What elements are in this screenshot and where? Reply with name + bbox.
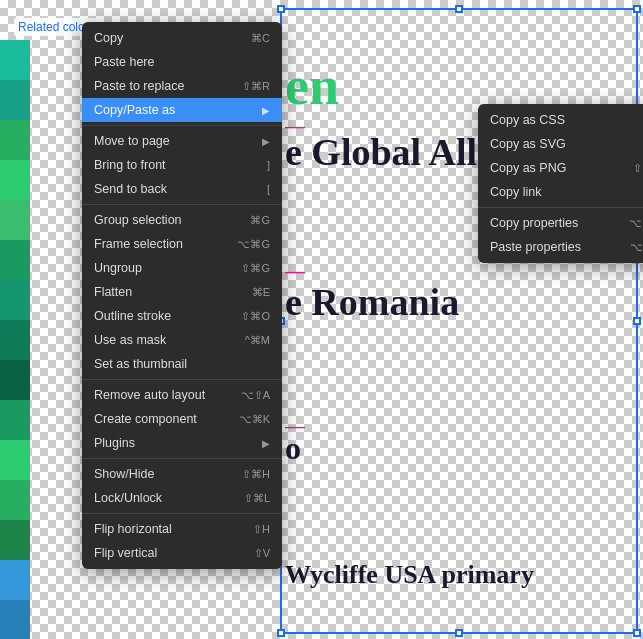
submenu-item-copy-as-png[interactable]: Copy as PNG ⇧⌘C xyxy=(478,156,643,180)
canvas-text-romania: e Romania xyxy=(285,280,459,324)
menu-item-paste-here-label: Paste here xyxy=(94,55,154,69)
menu-item-remove-auto-layout-label: Remove auto layout xyxy=(94,388,205,402)
menu-item-ungroup[interactable]: Ungroup ⇧⌘G xyxy=(82,256,282,280)
submenu-item-paste-properties[interactable]: Paste properties ⌥⌘V xyxy=(478,235,643,259)
menu-item-paste-here[interactable]: Paste here xyxy=(82,50,282,74)
selection-handle-bm[interactable] xyxy=(455,629,463,637)
menu-item-copy-paste-as[interactable]: Copy/Paste as ▶ xyxy=(82,98,282,122)
menu-item-flip-horizontal[interactable]: Flip horizontal ⇧H xyxy=(82,517,282,541)
menu-item-use-as-mask-shortcut: ^⌘M xyxy=(245,334,270,347)
submenu-divider-1 xyxy=(478,207,643,208)
menu-item-move-to-page-label: Move to page xyxy=(94,134,170,148)
menu-item-send-to-back-label: Send to back xyxy=(94,182,167,196)
submenu-item-copy-as-css-label: Copy as CSS xyxy=(490,113,565,127)
swatch-4 xyxy=(0,160,30,200)
menu-item-copy-label: Copy xyxy=(94,31,123,45)
menu-item-paste-to-replace-label: Paste to replace xyxy=(94,79,184,93)
menu-item-send-to-back[interactable]: Send to back [ xyxy=(82,177,282,201)
color-swatches xyxy=(0,40,30,639)
submenu-item-copy-as-svg[interactable]: Copy as SVG xyxy=(478,132,643,156)
menu-item-ungroup-label: Ungroup xyxy=(94,261,142,275)
submenu-item-copy-properties-shortcut: ⌥⌘C xyxy=(629,217,643,230)
menu-item-paste-to-replace-shortcut: ⇧⌘R xyxy=(242,80,270,93)
menu-item-outline-stroke[interactable]: Outline stroke ⇧⌘O xyxy=(82,304,282,328)
menu-item-bring-to-front-label: Bring to front xyxy=(94,158,166,172)
menu-item-lock-unlock[interactable]: Lock/Unlock ⇧⌘L xyxy=(82,486,282,510)
submenu-item-paste-properties-label: Paste properties xyxy=(490,240,581,254)
menu-item-copy[interactable]: Copy ⌘C xyxy=(82,26,282,50)
selection-handle-tm[interactable] xyxy=(455,5,463,13)
menu-item-frame-selection[interactable]: Frame selection ⌥⌘G xyxy=(82,232,282,256)
swatch-6 xyxy=(0,240,30,280)
submenu-arrow-copy-paste: ▶ xyxy=(262,105,270,116)
swatch-11 xyxy=(0,440,30,480)
swatch-8 xyxy=(0,320,30,360)
swatch-5 xyxy=(0,200,30,240)
selection-handle-br[interactable] xyxy=(633,629,641,637)
menu-item-flatten[interactable]: Flatten ⌘E xyxy=(82,280,282,304)
swatch-13 xyxy=(0,520,30,560)
menu-item-send-to-back-shortcut: [ xyxy=(267,183,270,195)
divider-3 xyxy=(82,379,282,380)
menu-item-copy-paste-as-label: Copy/Paste as xyxy=(94,103,175,117)
submenu-item-copy-link-label: Copy link xyxy=(490,185,541,199)
menu-item-group-selection-label: Group selection xyxy=(94,213,182,227)
submenu-arrow-plugins: ▶ xyxy=(262,438,270,449)
menu-item-flatten-label: Flatten xyxy=(94,285,132,299)
menu-item-lock-unlock-label: Lock/Unlock xyxy=(94,491,162,505)
menu-item-group-selection[interactable]: Group selection ⌘G xyxy=(82,208,282,232)
submenu-item-copy-properties[interactable]: Copy properties ⌥⌘C xyxy=(478,211,643,235)
menu-item-flip-vertical[interactable]: Flip vertical ⇧V xyxy=(82,541,282,565)
canvas-text-en: en xyxy=(285,55,339,117)
divider-2 xyxy=(82,204,282,205)
selection-handle-rm[interactable] xyxy=(633,317,641,325)
menu-item-set-as-thumbnail-label: Set as thumbnail xyxy=(94,357,187,371)
swatch-10 xyxy=(0,400,30,440)
swatch-14 xyxy=(0,560,30,600)
swatch-7 xyxy=(0,280,30,320)
menu-item-flip-horizontal-label: Flip horizontal xyxy=(94,522,172,536)
menu-item-plugins[interactable]: Plugins ▶ xyxy=(82,431,282,455)
swatch-1 xyxy=(0,40,30,80)
menu-item-use-as-mask[interactable]: Use as mask ^⌘M xyxy=(82,328,282,352)
selection-handle-tr[interactable] xyxy=(633,5,641,13)
menu-item-create-component-label: Create component xyxy=(94,412,197,426)
context-menu: Copy ⌘C Paste here Paste to replace ⇧⌘R … xyxy=(82,22,282,569)
submenu-item-copy-properties-label: Copy properties xyxy=(490,216,578,230)
menu-item-move-to-page[interactable]: Move to page ▶ xyxy=(82,129,282,153)
swatch-12 xyxy=(0,480,30,520)
menu-item-show-hide-shortcut: ⇧⌘H xyxy=(242,468,270,481)
menu-item-bring-to-front-shortcut: ] xyxy=(267,159,270,171)
menu-item-show-hide[interactable]: Show/Hide ⇧⌘H xyxy=(82,462,282,486)
canvas-text-o: o xyxy=(285,430,301,467)
menu-item-use-as-mask-label: Use as mask xyxy=(94,333,166,347)
menu-item-flip-horizontal-shortcut: ⇧H xyxy=(253,523,270,536)
menu-item-flip-vertical-label: Flip vertical xyxy=(94,546,157,560)
selection-handle-tl[interactable] xyxy=(277,5,285,13)
submenu-item-paste-properties-shortcut: ⌥⌘V xyxy=(630,241,643,254)
swatch-9 xyxy=(0,360,30,400)
divider-4 xyxy=(82,458,282,459)
menu-item-bring-to-front[interactable]: Bring to front ] xyxy=(82,153,282,177)
menu-item-remove-auto-layout[interactable]: Remove auto layout ⌥⇧A xyxy=(82,383,282,407)
menu-item-frame-selection-shortcut: ⌥⌘G xyxy=(237,238,270,251)
menu-item-plugins-label: Plugins xyxy=(94,436,135,450)
divider-1 xyxy=(82,125,282,126)
menu-item-remove-auto-layout-shortcut: ⌥⇧A xyxy=(241,389,270,402)
menu-item-flip-vertical-shortcut: ⇧V xyxy=(254,547,270,560)
submenu-item-copy-as-css[interactable]: Copy as CSS xyxy=(478,108,643,132)
menu-item-group-selection-shortcut: ⌘G xyxy=(250,214,270,227)
swatch-15 xyxy=(0,600,30,639)
menu-item-create-component-shortcut: ⌥⌘K xyxy=(239,413,270,426)
submenu-copy-paste-content: Copy as CSS Copy as SVG Copy as PNG ⇧⌘C … xyxy=(478,104,643,263)
menu-item-create-component[interactable]: Create component ⌥⌘K xyxy=(82,407,282,431)
menu-item-paste-to-replace[interactable]: Paste to replace ⇧⌘R xyxy=(82,74,282,98)
menu-item-set-as-thumbnail[interactable]: Set as thumbnail xyxy=(82,352,282,376)
menu-item-ungroup-shortcut: ⇧⌘G xyxy=(241,262,270,275)
menu-item-flatten-shortcut: ⌘E xyxy=(252,286,270,299)
menu-item-outline-stroke-shortcut: ⇧⌘O xyxy=(241,310,270,323)
selection-handle-bl[interactable] xyxy=(277,629,285,637)
submenu-item-copy-as-png-shortcut: ⇧⌘C xyxy=(633,162,643,175)
submenu-item-copy-link[interactable]: Copy link xyxy=(478,180,643,204)
submenu-arrow-move: ▶ xyxy=(262,136,270,147)
